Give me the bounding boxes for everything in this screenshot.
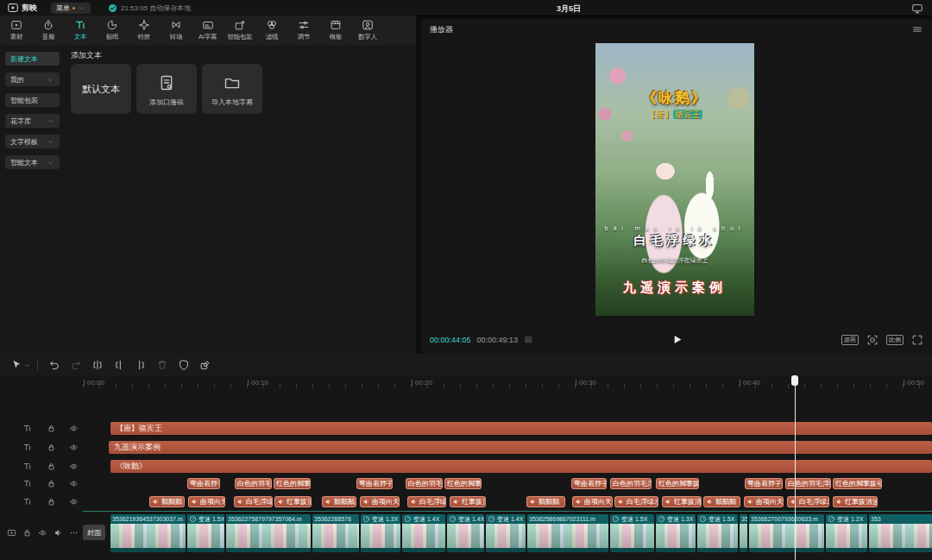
tool-mask[interactable]: [173, 356, 194, 374]
cover-button[interactable]: 封面: [83, 525, 105, 540]
tts-segment[interactable]: 曲项向天: [188, 496, 225, 507]
video-clip[interactable]: 变速 1.4X: [402, 514, 445, 552]
playhead[interactable]: [795, 376, 796, 560]
tts-segment[interactable]: 红掌拨清: [450, 496, 486, 507]
caption-segment[interactable]: 红色的脚掌拨: [656, 478, 699, 489]
ribbon-item-digital-human[interactable]: 数字人: [351, 17, 383, 43]
tts-segment[interactable]: 鹅鹅鹅: [322, 496, 356, 507]
text-track-icon[interactable]: [22, 443, 32, 452]
caption-segment[interactable]: 白色的羽毛: [406, 478, 443, 489]
caption-segment[interactable]: 弯曲着脖子: [356, 478, 393, 489]
video-clip[interactable]: 变速 1.5X: [610, 514, 654, 552]
ribbon-item-smart-package[interactable]: 智能包装: [224, 17, 255, 43]
tts-segment[interactable]: 曲项向天: [360, 496, 400, 507]
video-clip[interactable]: 变速 1.4X: [486, 514, 526, 552]
tts-segment[interactable]: 白毛浮绿水: [787, 496, 829, 507]
video-clip[interactable]: 35362275879797357064.m: [226, 514, 311, 552]
video-preview[interactable]: 《咏鹅》 【唐】骆宾王 bái máo fú lǜ shuǐ 白毛浮绿水 白色的…: [595, 43, 754, 316]
tool-trim-left[interactable]: [108, 356, 129, 374]
text-track-clip[interactable]: 九遥演示案例: [109, 441, 932, 454]
speaker-icon[interactable]: [54, 528, 63, 538]
caption-segment[interactable]: 弯曲着脖子: [187, 478, 220, 489]
tool-undo[interactable]: [43, 356, 65, 374]
tts-segment[interactable]: 曲项向天: [572, 496, 613, 507]
sidebar-item-my[interactable]: 我的: [5, 72, 60, 86]
tts-segment[interactable]: 鹅鹅鹅: [526, 496, 565, 507]
tool-split[interactable]: [86, 356, 108, 374]
ribbon-item-audio[interactable]: 音频: [32, 17, 64, 43]
video-clip[interactable]: 变速 1.4X: [447, 514, 484, 552]
caption-segment[interactable]: 红色的脚掌拨: [444, 478, 482, 489]
text-track-icon[interactable]: [22, 479, 32, 488]
video-clip[interactable]: 3536219364537303037.m: [110, 514, 186, 552]
video-clip[interactable]: 353: [869, 514, 932, 552]
eye-icon[interactable]: [69, 462, 79, 471]
monitor-icon[interactable]: [911, 3, 923, 15]
video-clip[interactable]: 35362288578: [312, 514, 359, 552]
tts-segment[interactable]: 红掌拨清: [274, 496, 312, 507]
sidebar-item-smart-text[interactable]: 智能文本: [5, 155, 60, 169]
video-clip[interactable]: 变速 1.3X: [656, 514, 696, 552]
lock-icon[interactable]: [47, 479, 56, 488]
tts-segment[interactable]: 白毛浮绿: [234, 496, 273, 507]
burger-menu-icon[interactable]: [911, 23, 923, 35]
eye-icon[interactable]: [69, 497, 79, 507]
tool-crop[interactable]: [194, 356, 216, 374]
video-track-icon[interactable]: [7, 528, 16, 538]
lock-icon[interactable]: [47, 462, 56, 471]
ribbon-item-adjust[interactable]: 调节: [287, 17, 319, 43]
chevron-down-icon[interactable]: [22, 356, 32, 374]
tool-redo[interactable]: [65, 356, 86, 374]
video-clip[interactable]: 变速 1.2X: [826, 514, 867, 552]
eye-icon[interactable]: [69, 479, 79, 488]
text-track-clip[interactable]: 《咏鹅》: [110, 460, 932, 473]
video-clip[interactable]: 353625869867023111.m: [527, 514, 608, 552]
caption-segment[interactable]: 弯曲着脖子: [571, 478, 607, 489]
fit-screen-icon[interactable]: [866, 334, 878, 346]
fullscreen-icon[interactable]: [911, 334, 923, 346]
ratio-badge[interactable]: 比例: [886, 335, 904, 345]
lock-icon[interactable]: [47, 443, 56, 452]
play-button[interactable]: [671, 333, 683, 346]
tts-segment[interactable]: 白毛浮绿水: [614, 496, 658, 507]
caption-segment[interactable]: 白色的羽毛浮: [610, 478, 652, 489]
caption-segment[interactable]: 白色的羽毛浮绿: [785, 478, 831, 489]
video-clip[interactable]: 变速 1.5X: [187, 514, 224, 552]
tts-segment[interactable]: 红掌拨清波: [662, 496, 702, 507]
tool-delete[interactable]: [151, 356, 173, 374]
sidebar-item-new-text[interactable]: 新建文本: [5, 52, 60, 66]
video-clip[interactable]: 变速 1.3X: [361, 514, 400, 552]
ribbon-item-filters[interactable]: 滤镜: [255, 17, 287, 43]
ribbon-item-templates[interactable]: 模板: [319, 17, 351, 43]
caption-segment[interactable]: 红色的脚掌拨动: [833, 478, 882, 489]
card-add-script[interactable]: 添加口播稿: [136, 64, 197, 114]
lock-icon[interactable]: [22, 528, 32, 538]
tts-segment[interactable]: 曲项向天: [744, 496, 784, 507]
sidebar-item-smart-package[interactable]: 智能包装: [5, 93, 60, 107]
list-icon[interactable]: [524, 335, 533, 344]
ribbon-item-effects[interactable]: 特效: [128, 17, 160, 43]
eye-icon[interactable]: [69, 443, 79, 452]
lock-icon[interactable]: [47, 497, 56, 507]
eye-icon[interactable]: [38, 528, 47, 538]
tts-segment[interactable]: 鹅鹅鹅: [703, 496, 740, 507]
tts-segment[interactable]: 鹅鹅鹅: [149, 496, 185, 507]
more-icon[interactable]: [69, 528, 79, 538]
caption-segment[interactable]: 弯曲着脖子: [745, 478, 783, 489]
sidebar-item-word-art[interactable]: 花字库: [5, 114, 60, 128]
quality-badge[interactable]: 原画: [841, 335, 859, 345]
ribbon-item-stickers[interactable]: 贴纸: [96, 17, 128, 43]
eye-icon[interactable]: [69, 424, 79, 433]
ribbon-item-ai-captions[interactable]: AI字幕: [192, 17, 224, 43]
sidebar-item-text-templates[interactable]: 文字模板: [5, 135, 60, 148]
caption-segment[interactable]: 白色的羽毛: [235, 478, 272, 489]
video-clip[interactable]: 353662700793620633.m: [749, 514, 824, 552]
card-import-subtitles[interactable]: 导入本地字幕: [202, 64, 262, 114]
caption-segment[interactable]: 红色的脚掌: [274, 478, 311, 489]
video-clip[interactable]: 35: [740, 514, 747, 552]
text-track-icon[interactable]: [22, 424, 32, 433]
lock-icon[interactable]: [47, 424, 56, 433]
card-default-text[interactable]: 默认文本: [71, 64, 131, 114]
tts-segment[interactable]: 红掌拨清波: [833, 496, 878, 507]
ribbon-item-materials[interactable]: 素材: [0, 17, 32, 43]
